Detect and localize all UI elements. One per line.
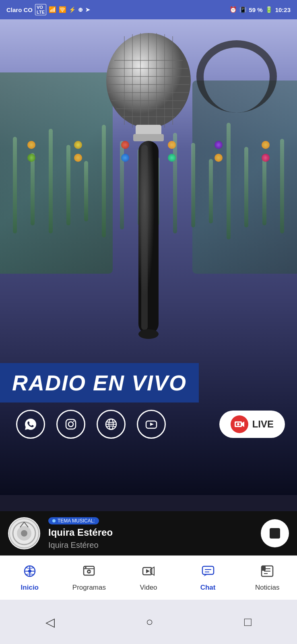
station-logo (8, 517, 40, 549)
home-button[interactable]: ○ (146, 615, 153, 629)
tema-badge: TEMA MUSICAL: (48, 517, 99, 524)
time-text: 10:23 (275, 6, 291, 13)
instagram-button[interactable] (56, 410, 85, 439)
svg-marker-49 (146, 569, 150, 573)
radio-en-vivo-banner: RADIO EN VIVO (0, 363, 199, 402)
carrier-text: Claro CO (6, 6, 33, 13)
svg-point-36 (21, 530, 27, 537)
headphones-decoration (196, 40, 277, 113)
network-badge: VOLTE (35, 4, 46, 15)
live-label: LIVE (252, 419, 274, 430)
svg-point-22 (68, 422, 73, 427)
stop-button[interactable] (261, 519, 289, 547)
live-icon (231, 415, 248, 433)
inicio-label: Inicio (21, 584, 39, 592)
battery-icon: 🔋 (265, 6, 273, 13)
signal-icon: 📶 (49, 6, 56, 13)
svg-point-20 (138, 329, 159, 339)
wifi-icon: 🛜 (59, 6, 66, 13)
live-button[interactable]: LIVE (219, 411, 285, 438)
alarm-icon: ⏰ (229, 6, 237, 13)
chat-label: Chat (200, 584, 216, 592)
system-navigation-bar: ◁ ○ □ (0, 600, 297, 644)
programas-icon (82, 564, 96, 581)
website-button[interactable] (97, 410, 126, 439)
inicio-icon (23, 564, 37, 581)
stop-icon (270, 528, 280, 539)
youtube-button[interactable] (137, 410, 166, 439)
instagram-status-icon: ⊕ (78, 6, 83, 13)
vibrate-icon: 📳 (239, 6, 246, 13)
status-left: Claro CO VOLTE 📶 🛜 ⚡ ⊕ ➤ (6, 4, 90, 15)
svg-rect-17 (133, 134, 164, 141)
status-bar: Claro CO VOLTE 📶 🛜 ⚡ ⊕ ➤ ⏰ 📳 59 % 🔋 10:2… (0, 0, 297, 19)
video-icon (142, 564, 155, 581)
microphone-image (92, 22, 205, 354)
svg-rect-58 (262, 566, 266, 571)
whatsapp-button[interactable] (16, 410, 45, 439)
nav-item-chat[interactable]: Chat (178, 564, 238, 592)
svg-point-23 (73, 421, 74, 422)
station-name: Iquira Estéreo (48, 527, 253, 538)
programas-label: Programas (72, 584, 106, 592)
nav-item-programas[interactable]: Programas (60, 564, 119, 592)
svg-rect-19 (141, 145, 148, 330)
svg-rect-50 (202, 566, 214, 574)
station-logo-inner (9, 518, 39, 549)
tema-label: TEMA MUSICAL: (58, 518, 95, 524)
svg-marker-48 (151, 567, 154, 575)
bottom-navigation: Inicio Programas Video (0, 555, 297, 600)
nav-item-inicio[interactable]: Inicio (0, 564, 60, 592)
battery-text: 59 % (249, 6, 262, 13)
social-icons-row: LIVE (0, 410, 297, 439)
svg-marker-28 (150, 423, 154, 426)
chat-icon (201, 564, 215, 581)
usb-icon: ⚡ (69, 6, 76, 13)
noticias-icon (260, 564, 274, 581)
svg-point-32 (237, 423, 239, 425)
noticias-label: Noticias (255, 584, 279, 592)
svg-point-42 (28, 570, 31, 573)
now-playing-info: TEMA MUSICAL: Iquira Estéreo Iquira Esté… (48, 517, 253, 550)
status-right: ⏰ 📳 59 % 🔋 10:23 (229, 6, 291, 13)
nav-item-noticias[interactable]: Noticias (237, 564, 297, 592)
recents-button[interactable]: □ (244, 615, 252, 629)
video-label: Video (140, 584, 157, 592)
svg-marker-30 (242, 421, 244, 427)
station-subtitle: Iquira Estéreo (48, 541, 253, 550)
social-icons-group (16, 410, 166, 439)
back-button[interactable]: ◁ (45, 615, 55, 629)
nav-item-video[interactable]: Video (119, 564, 178, 592)
tema-dot (52, 519, 56, 522)
now-playing-bar: TEMA MUSICAL: Iquira Estéreo Iquira Esté… (0, 511, 297, 555)
hero-area: RADIO EN VIVO (0, 0, 297, 495)
location-icon: ➤ (85, 6, 90, 13)
svg-point-44 (85, 567, 87, 568)
radio-banner-text: RADIO EN VIVO (12, 371, 187, 395)
